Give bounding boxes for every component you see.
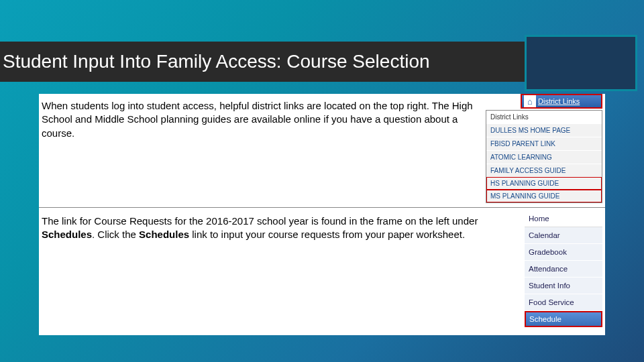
section2-bold2: Schedules (139, 229, 189, 240)
nav-gradebook[interactable]: Gradebook (525, 244, 602, 261)
section-schedules: The link for Course Requests for the 201… (39, 208, 605, 327)
district-links-button[interactable]: ⌂ District Links (521, 94, 602, 109)
nav-student-info[interactable]: Student Info (525, 278, 602, 294)
section1-text: When students log into student access, h… (39, 94, 486, 207)
link-hs-planning-guide[interactable]: HS PLANNING GUIDE (486, 177, 602, 190)
link-ms-planning-guide[interactable]: MS PLANNING GUIDE (486, 190, 602, 202)
left-nav-column: Home Calendar Gradebook Attendance Stude… (525, 208, 605, 327)
district-links-column: ⌂ District Links District Links DULLES M… (486, 94, 605, 207)
nav-calendar[interactable]: Calendar (525, 227, 602, 244)
link-family-access-guide[interactable]: FAMILY ACCESS GUIDE (486, 164, 602, 177)
section2-pre: The link for Course Requests for the 201… (42, 215, 478, 227)
left-nav-list: Home Calendar Gradebook Attendance Stude… (525, 210, 602, 327)
link-atomic-learning[interactable]: ATOMIC LEARNING (486, 150, 602, 164)
link-fbisd-parent[interactable]: FBISD PARENT LINK (486, 137, 602, 150)
nav-food-service[interactable]: Food Service (525, 294, 602, 311)
link-dulles-ms-home[interactable]: DULLES MS HOME PAGE (486, 123, 602, 137)
section-district-links: When students log into student access, h… (39, 94, 605, 208)
section2-bold1: Schedules (42, 229, 92, 240)
accent-block (525, 35, 637, 91)
content-area: When students log into student access, h… (39, 94, 605, 335)
nav-schedule[interactable]: Schedule (525, 311, 602, 327)
section2-mid: . Click the (92, 229, 139, 240)
title-bar: Student Input Into Family Access: Course… (0, 42, 525, 82)
nav-attendance[interactable]: Attendance (525, 261, 602, 278)
district-links-label: District Links (538, 97, 580, 105)
district-links-icon: ⌂ (524, 95, 536, 107)
district-links-panel: District Links DULLES MS HOME PAGE FBISD… (486, 110, 602, 203)
district-links-header: District Links (486, 111, 602, 123)
page-title: Student Input Into Family Access: Course… (3, 51, 430, 72)
section2-text: The link for Course Requests for the 201… (39, 208, 525, 327)
nav-home[interactable]: Home (525, 210, 602, 227)
section2-post: link to input your course requests from … (189, 229, 465, 240)
